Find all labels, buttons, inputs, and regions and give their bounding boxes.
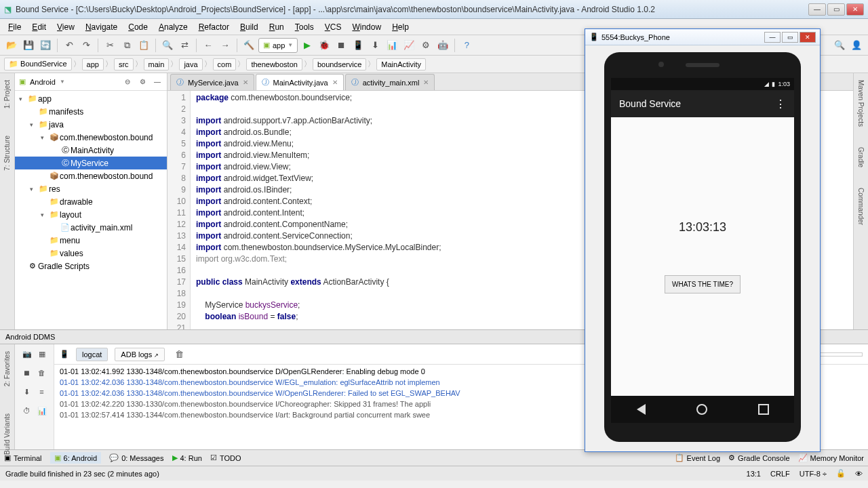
overflow-menu-icon[interactable]: ⋮ <box>775 98 786 110</box>
sdk-icon[interactable]: ⬇ <box>368 38 382 53</box>
screenshot-icon[interactable]: 📷 <box>21 348 33 360</box>
minimize-button[interactable]: — <box>808 3 826 16</box>
crumb-boundservice[interactable]: boundservice <box>313 58 366 70</box>
tree-node[interactable]: ▾📁layout <box>15 208 167 221</box>
crumb-thenewboston[interactable]: thenewboston <box>246 58 302 70</box>
memory-monitor-tab[interactable]: 📈 Memory Monitor <box>798 453 864 462</box>
todo-tab[interactable]: ☑ TODO <box>210 453 241 462</box>
terminate-icon[interactable]: ⏹ <box>21 367 33 379</box>
menu-build[interactable]: Build <box>235 20 264 34</box>
sync-icon[interactable]: 🔄 <box>38 38 53 53</box>
gear-icon[interactable]: ⚙ <box>137 77 148 87</box>
menu-file[interactable]: File <box>3 20 26 34</box>
editor-tab[interactable]: ⒿMyService.java✕ <box>170 74 254 90</box>
tool-tab[interactable]: Gradle <box>857 147 865 167</box>
back-nav-icon[interactable] <box>637 404 646 415</box>
menu-help[interactable]: Help <box>387 20 414 34</box>
tree-node[interactable]: ⒸMyService <box>15 157 167 169</box>
tree-node[interactable]: 📁drawable <box>15 195 167 208</box>
save-icon[interactable]: 💾 <box>21 38 36 53</box>
tree-node[interactable]: ▾📁app <box>15 92 167 105</box>
tool-tab[interactable]: 1: Project <box>3 80 11 108</box>
menu-analyze[interactable]: Analyze <box>153 20 193 34</box>
monitor-icon[interactable]: 📈 <box>401 38 416 53</box>
crumb-mainactivity[interactable]: MainActivity <box>376 58 426 70</box>
menu-edit[interactable]: Edit <box>26 20 52 34</box>
thread-icon[interactable]: ≡ <box>36 386 48 398</box>
menu-vcs[interactable]: VCS <box>319 20 347 34</box>
tree-node[interactable]: 📄activity_main.xml <box>15 221 167 234</box>
tree-node[interactable]: 📁values <box>15 247 167 260</box>
project-tree-body[interactable]: ▾📁app📁manifests▾📁java▾📦com.thenewboston.… <box>15 91 167 329</box>
search-everywhere-icon[interactable]: 🔍 <box>832 38 847 53</box>
redo-icon[interactable]: ↷ <box>79 38 94 53</box>
tree-node[interactable]: ▾📁res <box>15 182 167 195</box>
find-icon[interactable]: 🔍 <box>160 38 175 53</box>
collapse-icon[interactable]: ⊖ <box>122 77 133 87</box>
menu-tools[interactable]: Tools <box>290 20 319 34</box>
tool-tab[interactable]: Build Variants <box>3 413 11 455</box>
run-config-select[interactable]: ▣ app ▼ <box>258 38 298 53</box>
inspector-icon[interactable]: 👁 <box>855 470 863 478</box>
tree-node[interactable]: ▾📦com.thenewboston.bound <box>15 131 167 144</box>
dump-icon[interactable]: ⬇ <box>21 386 33 398</box>
alloc-icon[interactable]: 📊 <box>36 405 48 417</box>
tool-tab[interactable]: 7: Structure <box>3 136 11 171</box>
tool-tab[interactable]: Maven Projects <box>857 80 865 127</box>
project-view-label[interactable]: Android <box>30 78 56 86</box>
crumb-main[interactable]: main <box>144 58 170 70</box>
user-icon[interactable]: 👤 <box>849 38 864 53</box>
undo-icon[interactable]: ↶ <box>62 38 77 53</box>
avd-icon[interactable]: 📱 <box>351 38 366 53</box>
paste-icon[interactable]: 📋 <box>136 38 151 53</box>
method-icon[interactable]: ⏱ <box>21 405 33 417</box>
home-nav-icon[interactable] <box>696 404 707 415</box>
hide-icon[interactable]: — <box>152 77 163 87</box>
recents-nav-icon[interactable] <box>758 404 769 415</box>
layout-icon[interactable]: ▦ <box>36 348 48 360</box>
close-tab-icon[interactable]: ✕ <box>243 79 248 86</box>
tree-node[interactable]: 📁menu <box>15 234 167 247</box>
emu-close-button[interactable]: ✕ <box>800 32 816 43</box>
debug-icon[interactable]: 🐞 <box>317 38 332 53</box>
encoding[interactable]: UTF-8 ÷ <box>800 470 827 478</box>
line-ending[interactable]: CRLF <box>770 470 790 478</box>
clear-log-icon[interactable]: 🗑 <box>172 347 186 362</box>
android-tab[interactable]: ▣ 6: Android <box>50 452 102 464</box>
maximize-button[interactable]: ▭ <box>827 3 845 16</box>
make-icon[interactable]: 🔨 <box>241 38 256 53</box>
crumb-boundservice[interactable]: 📁 BoundService <box>4 58 72 70</box>
phone-screen[interactable]: ◢ ▮ 1:03 Bound Service ⋮ 13:03:13 WHATS … <box>611 78 794 423</box>
ddms-icon[interactable]: 📊 <box>384 38 399 53</box>
logcat-tab[interactable]: logcat <box>76 348 108 361</box>
crumb-com[interactable]: com <box>213 58 237 70</box>
menu-refactor[interactable]: Refactor <box>193 20 235 34</box>
eventlog-tab[interactable]: 📋 Event Log <box>675 453 721 462</box>
help-icon[interactable]: ? <box>459 38 474 53</box>
emulator-window[interactable]: 📱 5554:Buckys_Phone — ▭ ✕ ◢ ▮ 1:03 Bound… <box>585 28 821 452</box>
tool-tab[interactable]: 2: Favorites <box>3 351 11 386</box>
back-icon[interactable]: ← <box>201 38 216 53</box>
close-tab-icon[interactable]: ✕ <box>423 79 429 86</box>
menu-run[interactable]: Run <box>264 20 290 34</box>
close-tab-icon[interactable]: ✕ <box>332 79 338 86</box>
run-icon[interactable]: ▶ <box>300 38 315 53</box>
tree-node[interactable]: 📁manifests <box>15 105 167 118</box>
adb-logs-tab[interactable]: ADB logs ↗ <box>115 348 165 361</box>
lock-icon[interactable]: 🔓 <box>836 469 846 478</box>
gc-icon[interactable]: 🗑 <box>36 367 48 379</box>
copy-icon[interactable]: ⧉ <box>119 38 134 53</box>
forward-icon[interactable]: → <box>218 38 233 53</box>
menu-navigate[interactable]: Navigate <box>80 20 123 34</box>
cut-icon[interactable]: ✂ <box>102 38 117 53</box>
stop-icon[interactable]: ⏹ <box>334 38 349 53</box>
crumb-app[interactable]: app <box>82 58 104 70</box>
run-tab[interactable]: ▶ 4: Run <box>172 453 202 462</box>
replace-icon[interactable]: ⇄ <box>177 38 192 53</box>
menu-code[interactable]: Code <box>123 20 153 34</box>
editor-tab[interactable]: ⒿMainActivity.java✕ <box>256 74 344 90</box>
settings-icon[interactable]: ⚙ <box>418 38 433 53</box>
menu-window[interactable]: Window <box>347 20 387 34</box>
close-button[interactable]: ✕ <box>846 3 864 16</box>
tree-node[interactable]: 📦com.thenewboston.bound <box>15 169 167 182</box>
